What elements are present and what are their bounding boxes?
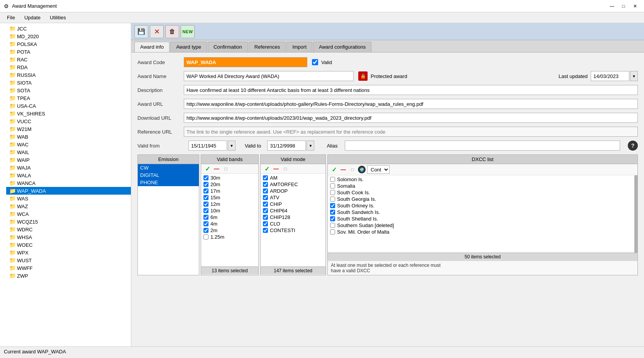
tab-confirmation[interactable]: Confirmation — [208, 42, 248, 52]
menu-file[interactable]: File — [3, 13, 19, 22]
sidebar-item-wab[interactable]: 📁WAB — [6, 133, 131, 141]
modes-uncheck-all[interactable]: — — [272, 165, 280, 172]
bands-uncheck-all[interactable]: — — [213, 165, 220, 172]
sidebar-item-wust[interactable]: 📁WUST — [6, 256, 131, 264]
modes-check-all[interactable]: ✓ — [263, 165, 271, 172]
sidebar-item-md_2020[interactable]: 📁MD_2020 — [6, 32, 131, 40]
tab-award-info[interactable]: Award info — [134, 42, 169, 52]
dxcc-item-8[interactable]: Sov. Mil. Order of Malta — [328, 229, 634, 235]
band-item-12m[interactable]: 12m — [201, 201, 258, 207]
mode-item-ardop[interactable]: ARDOP — [261, 188, 325, 194]
dxcc-uncheck-all[interactable]: — — [339, 166, 347, 173]
sidebar-item-siota[interactable]: 📁SIOTA — [6, 79, 131, 87]
emission-item-cw[interactable]: CW — [138, 164, 199, 171]
delete-button[interactable]: 🗑 — [165, 25, 179, 38]
band-item-20m[interactable]: 20m — [201, 181, 258, 188]
sidebar-item-zwp[interactable]: 📁ZWP — [6, 272, 131, 280]
sidebar-item-russia[interactable]: 📁RUSSIA — [6, 71, 131, 79]
mode-item-amtorfec[interactable]: AMTORFEC — [261, 181, 325, 188]
minimize-button[interactable]: — — [607, 2, 617, 10]
valid-from-input[interactable] — [188, 141, 227, 151]
menu-utilities[interactable]: Utilities — [46, 13, 70, 22]
tab-references[interactable]: References — [249, 42, 286, 52]
band-item-10m[interactable]: 10m — [201, 207, 258, 214]
dxcc-item-1[interactable]: Somalia — [328, 183, 634, 189]
sidebar-item-usa-ca[interactable]: 📁USA-CA — [6, 102, 131, 110]
last-updated-date-picker[interactable]: ▼ — [630, 71, 638, 81]
sidebar-item-woec[interactable]: 📁WOEC — [6, 241, 131, 249]
download-url-input[interactable] — [184, 113, 638, 123]
dxcc-item-6[interactable]: South Shetland Is. — [328, 215, 634, 222]
sidebar-item-wpx[interactable]: 📁WPX — [6, 249, 131, 256]
mode-item-chip64[interactable]: CHIP64 — [261, 207, 325, 214]
mode-item-atv[interactable]: ATV — [261, 194, 325, 201]
dxcc-toggle[interactable]: □ — [349, 166, 356, 173]
band-item-2m[interactable]: 2m — [201, 227, 258, 234]
band-item-15m[interactable]: 15m — [201, 194, 258, 201]
sidebar-item-wwff[interactable]: 📁WWFF — [6, 264, 131, 272]
award-url-input[interactable] — [184, 99, 638, 109]
sidebar-item-pota[interactable]: 📁POTA — [6, 48, 131, 56]
new-button[interactable]: NEW — [181, 25, 195, 38]
bands-toggle[interactable]: □ — [222, 165, 230, 172]
tab-award-type[interactable]: Award type — [170, 42, 207, 52]
tab-award-configurations[interactable]: Award configurations — [313, 42, 371, 52]
sidebar-item-rda[interactable]: 📁RDA — [6, 63, 131, 71]
dxcc-item-7[interactable]: Southern Sudan [deleted] — [328, 222, 634, 229]
band-item-17m[interactable]: 17m — [201, 188, 258, 194]
mode-item-chip128[interactable]: CHIP128 — [261, 214, 325, 221]
sidebar-item-vucc[interactable]: 📁VUCC — [6, 117, 131, 125]
reference-url-input[interactable] — [184, 127, 638, 137]
save-button[interactable]: 💾 — [134, 25, 148, 38]
last-updated-date-input[interactable] — [591, 71, 629, 81]
alias-input[interactable] — [345, 141, 620, 151]
sidebar-item-wac[interactable]: 📁WAC — [6, 141, 131, 148]
award-code-input[interactable] — [184, 57, 307, 67]
emission-item-phone[interactable]: PHONE — [138, 179, 199, 186]
sidebar-item-waja[interactable]: 📁WAJA — [6, 164, 131, 171]
close-button[interactable]: ✕ — [630, 2, 640, 10]
sidebar-item-wdrc[interactable]: 📁WDRC — [6, 226, 131, 233]
sidebar-item-was[interactable]: 📁WAS — [6, 195, 131, 202]
dxcc-item-4[interactable]: South Orkney Is. — [328, 202, 634, 209]
description-input[interactable] — [184, 85, 638, 95]
sidebar-item-tpea[interactable]: 📁TPEA — [6, 94, 131, 102]
dxcc-item-5[interactable]: South Sandwich Is. — [328, 209, 634, 215]
award-name-input[interactable] — [184, 71, 354, 81]
mode-item-clo[interactable]: CLO — [261, 221, 325, 227]
mode-item-contesti[interactable]: CONTESTI — [261, 227, 325, 234]
valid-to-picker[interactable]: ▼ — [307, 141, 314, 151]
menu-update[interactable]: Update — [20, 13, 44, 22]
band-item-1.25m[interactable]: 1.25m — [201, 234, 258, 240]
sidebar-item-wala[interactable]: 📁WALA — [6, 171, 131, 179]
sidebar-item-vk_shires[interactable]: 📁VK_SHIRES — [6, 110, 131, 117]
help-button[interactable]: ? — [628, 141, 638, 151]
sidebar-item-rac[interactable]: 📁RAC — [6, 56, 131, 63]
modes-toggle[interactable]: □ — [281, 165, 289, 172]
band-item-30m[interactable]: 30m — [201, 175, 258, 181]
cancel-button[interactable]: ✕ — [150, 25, 164, 38]
sidebar-item-wanca[interactable]: 📁WANCA — [6, 179, 131, 187]
valid-checkbox[interactable] — [312, 59, 318, 65]
mode-item-am[interactable]: AM — [261, 175, 325, 181]
sidebar-item-sota[interactable]: 📁SOTA — [6, 87, 131, 94]
sidebar-item-wcqz15[interactable]: 📁WCQZ15 — [6, 218, 131, 226]
sidebar-item-wail[interactable]: 📁WAIL — [6, 148, 131, 156]
sidebar-item-whsa[interactable]: 📁WHSA — [6, 233, 131, 241]
band-item-4m[interactable]: 4m — [201, 221, 258, 227]
emission-item-digital[interactable]: DIGITAL — [138, 171, 199, 179]
sidebar-item-polska[interactable]: 📁POLSKA — [6, 40, 131, 48]
bands-check-all[interactable]: ✓ — [203, 165, 211, 172]
dxcc-item-0[interactable]: Solomon Is. — [328, 176, 634, 183]
sidebar-item-w21m[interactable]: 📁W21M — [6, 125, 131, 133]
dxcc-filter-select[interactable]: Cont All AF AN AS EU NA OC SA — [367, 165, 390, 174]
maximize-button[interactable]: □ — [619, 2, 629, 10]
dxcc-item-3[interactable]: South Georgia Is. — [328, 196, 634, 202]
band-item-6m[interactable]: 6m — [201, 214, 258, 221]
dxcc-check-all[interactable]: ✓ — [330, 166, 338, 173]
valid-to-input[interactable] — [267, 141, 306, 151]
sidebar-item-wap_wada[interactable]: 📁WAP_WADA — [6, 187, 131, 195]
sidebar-item-waip[interactable]: 📁WAIP — [6, 156, 131, 164]
tab-import[interactable]: Import — [286, 42, 312, 52]
dxcc-item-2[interactable]: South Cook Is. — [328, 189, 634, 196]
